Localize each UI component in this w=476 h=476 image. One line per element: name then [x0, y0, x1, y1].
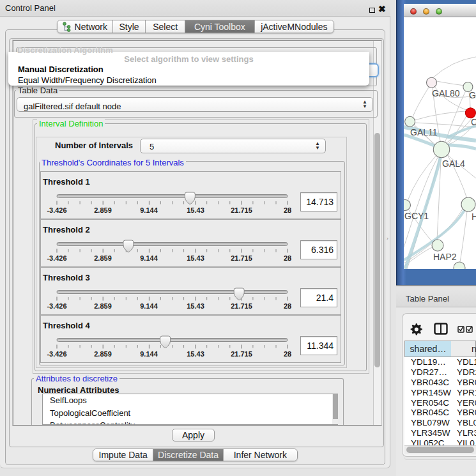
svg-text:HAP2: HAP2 — [433, 252, 457, 262]
svg-text:GCY1: GCY1 — [404, 211, 429, 221]
svg-text:GA: GA — [469, 90, 476, 100]
svg-text:GAL4: GAL4 — [442, 158, 465, 169]
svg-text:GAL80: GAL80 — [432, 88, 460, 98]
svg-text:HA: HA — [472, 211, 476, 222]
svg-text:CD: CD — [471, 117, 476, 127]
svg-text:GAL11: GAL11 — [410, 127, 438, 137]
